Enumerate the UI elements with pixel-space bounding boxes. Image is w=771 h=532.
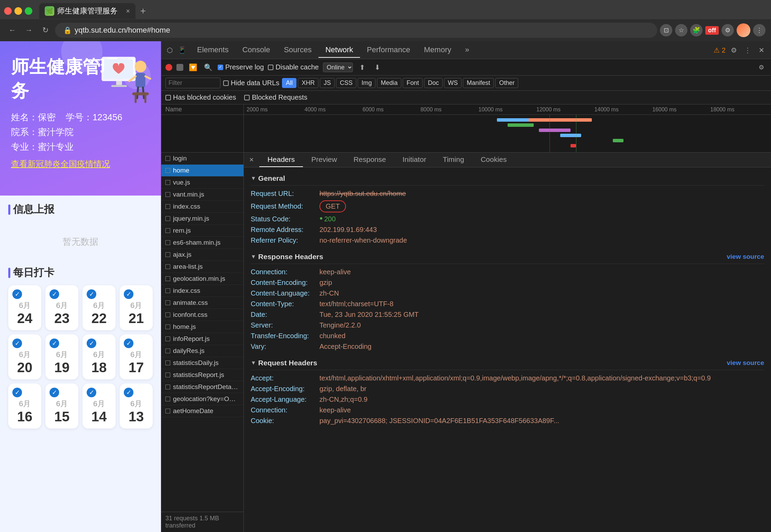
detail-tab-cookies[interactable]: Cookies	[473, 153, 515, 167]
detail-tab-timing[interactable]: Timing	[434, 153, 472, 167]
disable-cache-checkbox[interactable]	[268, 65, 273, 70]
devtools-tab-memory[interactable]: Memory	[417, 43, 458, 58]
detail-tab-initiator[interactable]: Initiator	[394, 153, 435, 167]
file-list-item[interactable]: infoReport.js	[161, 333, 243, 345]
download-icon[interactable]: ⬇	[372, 62, 383, 73]
covid-link[interactable]: 查看新冠肺炎全国疫情情况	[11, 158, 150, 169]
inspect-icon[interactable]: ⬡	[164, 45, 175, 56]
file-list-item[interactable]: geolocation.min.js	[161, 273, 243, 285]
blocked-req-checkbox[interactable]	[244, 95, 250, 100]
user-avatar[interactable]	[737, 23, 750, 37]
filter-other[interactable]: Other	[495, 78, 518, 88]
stop-button[interactable]	[176, 64, 183, 71]
has-blocked-checkbox[interactable]	[165, 95, 171, 100]
forward-icon: →	[25, 26, 33, 35]
file-list-item[interactable]: jquery.min.js	[161, 213, 243, 225]
file-list-item[interactable]: animate.css	[161, 297, 243, 309]
blocked-req-label[interactable]: Blocked Requests	[244, 93, 307, 101]
window-minimize[interactable]	[14, 7, 22, 15]
menu-icon[interactable]: ⋮	[753, 24, 765, 36]
request-view-source[interactable]: view source	[727, 359, 764, 367]
file-list-item[interactable]: dailyRes.js	[161, 345, 243, 357]
timeline-marker-1	[550, 115, 550, 152]
request-headers-section-header[interactable]: ▼ Request Headers view source	[251, 356, 764, 370]
file-list-item[interactable]: home	[161, 165, 243, 177]
filter-xhr[interactable]: XHR	[298, 78, 318, 88]
file-list-item[interactable]: rem.js	[161, 225, 243, 237]
general-arrow: ▼	[251, 175, 256, 181]
detail-tab-headers[interactable]: Headers	[259, 153, 303, 167]
response-view-source[interactable]: view source	[727, 253, 764, 261]
file-list-item[interactable]: geolocation?key=OB4BZ-D4...	[161, 393, 243, 405]
record-button[interactable]	[165, 64, 172, 71]
devtools-more-icon[interactable]: ⋮	[742, 45, 753, 56]
detail-tab-response[interactable]: Response	[345, 153, 394, 167]
device-icon[interactable]: 📱	[176, 45, 187, 56]
devtools-close-icon[interactable]: ✕	[756, 45, 767, 56]
preserve-log-checkbox[interactable]	[218, 65, 223, 70]
detail-tab-preview[interactable]: Preview	[303, 153, 345, 167]
filter-icon[interactable]: 🔽	[187, 62, 198, 73]
search-icon[interactable]: 🔍	[203, 62, 214, 73]
file-list-item[interactable]: aetHomeDate	[161, 405, 243, 417]
filter-manifest[interactable]: Manifest	[463, 78, 494, 88]
general-section-header[interactable]: ▼ General	[251, 171, 764, 186]
file-name: aetHomeDate	[173, 407, 213, 415]
devtools-tab-elements[interactable]: Elements	[190, 43, 236, 58]
file-list-item[interactable]: statisticsReportDetail.js	[161, 381, 243, 393]
back-button[interactable]: ←	[6, 23, 19, 37]
devtools-tab-sources[interactable]: Sources	[277, 43, 318, 58]
upload-icon[interactable]: ⬆	[357, 62, 368, 73]
file-list-item[interactable]: login	[161, 153, 243, 165]
filter-css[interactable]: CSS	[336, 78, 356, 88]
new-tab-button[interactable]: +	[137, 5, 149, 17]
filter-js[interactable]: JS	[320, 78, 335, 88]
filter-all[interactable]: All	[282, 78, 296, 88]
settings-icon[interactable]: ⚙	[721, 24, 734, 36]
hide-data-urls-label[interactable]: Hide data URLs	[223, 79, 279, 87]
file-icon	[165, 216, 170, 221]
file-list-item[interactable]: vue.js	[161, 177, 243, 189]
filter-ws[interactable]: WS	[444, 78, 461, 88]
file-list-item[interactable]: ajax.js	[161, 249, 243, 261]
response-headers-section-header[interactable]: ▼ Response Headers view source	[251, 250, 764, 264]
window-maximize[interactable]	[25, 7, 32, 15]
window-close[interactable]	[4, 7, 12, 15]
filter-doc[interactable]: Doc	[424, 78, 443, 88]
disable-cache-label[interactable]: Disable cache	[268, 63, 319, 71]
devtools-settings-icon[interactable]: ⚙	[728, 45, 739, 56]
file-list-item[interactable]: vant.min.js	[161, 189, 243, 201]
devtools-tab-network[interactable]: Network	[318, 43, 360, 58]
filter-font[interactable]: Font	[403, 78, 423, 88]
devtools-tab-console[interactable]: Console	[236, 43, 277, 58]
throttle-select[interactable]: Online	[323, 63, 353, 72]
file-list-item[interactable]: index.css	[161, 201, 243, 213]
filter-input[interactable]	[165, 78, 220, 88]
forward-button[interactable]: →	[22, 23, 36, 37]
bookmark-icon[interactable]: ☆	[675, 24, 687, 36]
detail-close-button[interactable]: ×	[244, 153, 259, 167]
file-list-item[interactable]: iconfont.css	[161, 309, 243, 321]
devtools-tab-performance[interactable]: Performance	[360, 43, 417, 58]
filter-media[interactable]: Media	[377, 78, 401, 88]
response-header-row: Connection:keep-alive	[251, 267, 764, 277]
tab-bar: 🌿 师生健康管理服务 × +	[0, 0, 771, 19]
preserve-log-label[interactable]: Preserve log	[218, 63, 264, 71]
address-bar[interactable]: 🔒 yqtb.sut.edu.cn/home#home	[55, 23, 657, 38]
file-list-item[interactable]: area-list.js	[161, 261, 243, 273]
file-list-item[interactable]: es6-sham.min.js	[161, 237, 243, 249]
network-settings-icon[interactable]: ⚙	[756, 62, 767, 73]
browser-tab-active[interactable]: 🌿 师生健康管理服务 ×	[39, 3, 135, 19]
file-list-item[interactable]: statisticsDaily.js	[161, 357, 243, 369]
hide-data-urls-checkbox[interactable]	[223, 80, 229, 86]
file-list-item[interactable]: index.css	[161, 285, 243, 297]
reload-button[interactable]: ↻	[39, 23, 52, 37]
file-list-footer: 31 requests 1.5 MB transferred	[161, 512, 243, 532]
filter-img[interactable]: Img	[358, 78, 376, 88]
file-list-item[interactable]: home.js	[161, 321, 243, 333]
extensions-icon[interactable]: 🧩	[690, 24, 703, 36]
devtools-tab-»[interactable]: »	[458, 43, 476, 58]
has-blocked-label[interactable]: Has blocked cookies	[165, 93, 236, 101]
file-list-item[interactable]: statisticsReport.js	[161, 369, 243, 381]
tab-close-button[interactable]: ×	[126, 7, 130, 15]
